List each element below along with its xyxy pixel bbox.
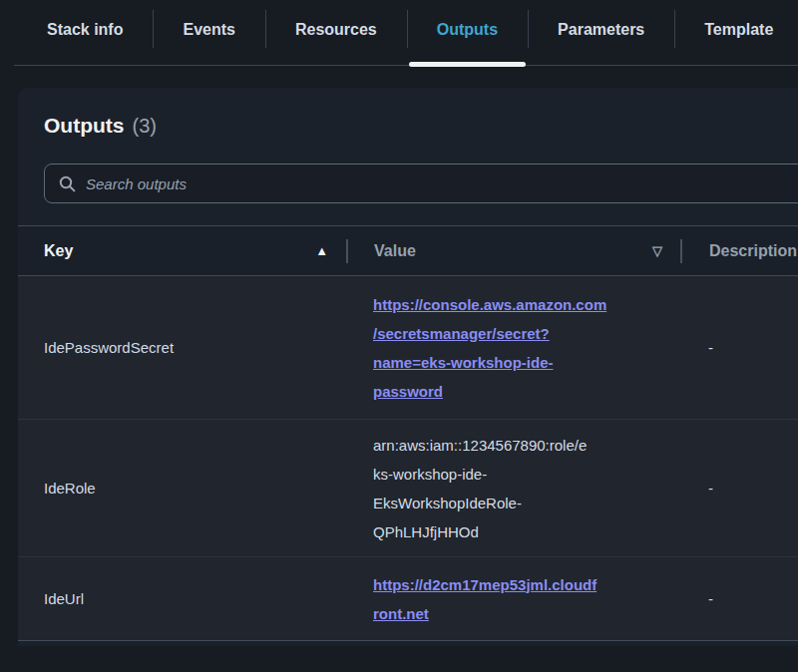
- value-cell: https://d2cm17mep53jml.cloudf ront.net: [348, 557, 681, 640]
- column-header-description[interactable]: Description: [682, 226, 798, 275]
- search-outputs-box: [44, 164, 798, 203]
- search-icon: [59, 175, 76, 192]
- column-label-description: Description: [709, 242, 797, 260]
- outputs-panel: Outputs (3) Key ▲ Value ▽ Description: [18, 88, 798, 646]
- key-cell: IdePasswordSecret: [18, 276, 348, 419]
- description-cell: -: [681, 276, 798, 419]
- output-value-link[interactable]: https://console.aws.amazon.com /secretsm…: [373, 290, 606, 406]
- tab-label: Outputs: [437, 21, 498, 39]
- tab-parameters[interactable]: Parameters: [528, 0, 674, 68]
- output-value-text: arn:aws:iam::1234567890:role/e ks-worksh…: [373, 431, 587, 546]
- tab-label: Stack info: [47, 21, 123, 39]
- tab-label: Parameters: [558, 21, 644, 39]
- sort-inactive-icon: ▽: [652, 244, 662, 257]
- output-key: IdeRole: [44, 480, 96, 497]
- tab-label: Template: [704, 21, 773, 39]
- description-cell: -: [681, 420, 798, 556]
- output-key: IdePasswordSecret: [44, 339, 174, 356]
- value-cell: arn:aws:iam::1234567890:role/e ks-worksh…: [348, 420, 681, 556]
- tab-resources[interactable]: Resources: [265, 0, 407, 68]
- table-row-ide-role: IdeRole arn:aws:iam::1234567890:role/e k…: [18, 420, 798, 557]
- table-row-ide-url: IdeUrl https://d2cm17mep53jml.cloudf ron…: [18, 557, 798, 641]
- table-row-ide-password-secret: IdePasswordSecret https://console.aws.am…: [18, 276, 798, 420]
- outputs-table-header: Key ▲ Value ▽ Description: [18, 226, 798, 276]
- output-key: IdeUrl: [44, 590, 84, 607]
- tab-template[interactable]: Template: [674, 0, 798, 68]
- column-label-key: Key: [44, 242, 73, 260]
- tab-events[interactable]: Events: [153, 0, 264, 68]
- output-description: -: [708, 590, 713, 607]
- search-outputs-input[interactable]: [86, 175, 798, 192]
- key-cell: IdeUrl: [18, 557, 348, 640]
- output-value-link[interactable]: https://d2cm17mep53jml.cloudf ront.net: [373, 570, 597, 628]
- tab-label: Resources: [295, 21, 377, 39]
- column-header-value[interactable]: Value ▽: [348, 226, 680, 275]
- outputs-table: Key ▲ Value ▽ Description IdePasswordSec…: [18, 225, 798, 641]
- outputs-panel-header: Outputs (3): [18, 88, 798, 138]
- outputs-count-badge: (3): [132, 115, 156, 138]
- column-label-value: Value: [374, 242, 416, 260]
- stack-detail-tabs: Stack info Events Resources Outputs Para…: [0, 0, 798, 68]
- sort-ascending-icon: ▲: [315, 244, 328, 257]
- value-cell: https://console.aws.amazon.com /secretsm…: [348, 276, 681, 419]
- output-description: -: [708, 339, 713, 356]
- column-header-key[interactable]: Key ▲: [18, 226, 346, 275]
- description-cell: -: [681, 557, 798, 640]
- key-cell: IdeRole: [18, 420, 348, 556]
- tab-stack-info[interactable]: Stack info: [17, 0, 153, 68]
- panel-title: Outputs: [44, 114, 124, 138]
- tab-label: Events: [183, 21, 234, 39]
- output-description: -: [708, 480, 713, 497]
- tab-outputs[interactable]: Outputs: [407, 0, 528, 68]
